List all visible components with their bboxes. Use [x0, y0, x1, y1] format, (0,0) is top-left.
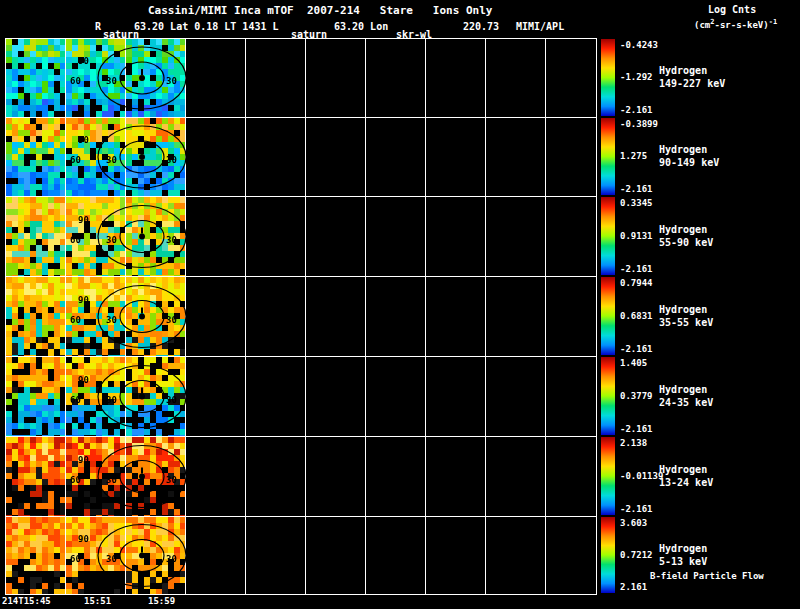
colorbar-1-mid-label: -1.292: [620, 72, 653, 82]
colorbar-3-min-label: -2.161: [620, 264, 653, 274]
spectrogram-row-1: [5, 38, 597, 118]
species-name-6: Hydrogen: [659, 463, 713, 476]
colorbar-units-formula: (cm2-sr-s-keV)-1: [694, 18, 777, 30]
inca-spectrogram-display: Cassini/MIMI Inca mTOF 2007-214 Stare Io…: [0, 0, 800, 609]
spectrogram-row-4: [5, 276, 597, 357]
species-name-5: Hydrogen: [659, 383, 713, 396]
species-name-7: Hydrogen: [659, 542, 707, 555]
colorbar-3: [601, 197, 615, 275]
colorbar-1-min-label: -2.161: [620, 105, 653, 115]
energy-range-3: 55-90 keV: [659, 236, 713, 249]
species-name-3: Hydrogen: [659, 223, 713, 236]
colorbar-6: [601, 437, 615, 515]
colorbar-5-mid-label: 0.3779: [620, 391, 653, 401]
energy-range-5: 24-35 keV: [659, 396, 713, 409]
colorbar-4-max-label: 0.7944: [620, 278, 653, 288]
channel-label-2: Hydrogen90-149 keV: [659, 143, 719, 169]
colorbar-3-max-label: 0.3345: [620, 198, 653, 208]
page-title: Cassini/MIMI Inca mTOF 2007-214 Stare Io…: [148, 4, 492, 17]
ephemeris-value: 220.73: [463, 21, 499, 32]
spectrogram-canvas-3: [6, 197, 596, 276]
spectrogram-canvas-7: [6, 517, 596, 594]
colorbar-units-title: Log Cnts: [708, 4, 756, 15]
species-name-2: Hydrogen: [659, 143, 719, 156]
species-name-4: Hydrogen: [659, 303, 713, 316]
channel-label-3: Hydrogen55-90 keV: [659, 223, 713, 249]
bfield-particle-flow-label: B-field Particle Flow: [650, 571, 764, 581]
channel-label-1: Hydrogen149-227 keV: [659, 64, 725, 90]
colorbar-4-mid-label: 0.6831: [620, 311, 653, 321]
time-tick-start: 214T15:45: [2, 596, 51, 606]
spectrogram-row-5: [5, 356, 597, 437]
colorbar-2: [601, 118, 615, 195]
ephemeris-r-label: R: [95, 21, 101, 32]
species-name-1: Hydrogen: [659, 64, 725, 77]
time-tick-mid: 15:51: [84, 596, 111, 606]
spectrogram-canvas-1: [6, 39, 596, 117]
channel-label-6: Hydrogen13-24 keV: [659, 463, 713, 489]
colorbar-6-max-label: 2.138: [620, 438, 647, 448]
channel-label-5: Hydrogen24-35 keV: [659, 383, 713, 409]
colorbar-2-mid-label: 1.275: [620, 151, 647, 161]
units-exponent: -1: [769, 18, 777, 26]
spectrogram-canvas-5: [6, 357, 596, 436]
ephemeris-source: MIMI/APL: [516, 21, 564, 32]
spectrogram-canvas-2: [6, 118, 596, 196]
colorbar-1: [601, 39, 615, 116]
energy-range-2: 90-149 keV: [659, 156, 719, 169]
spectrogram-row-3: [5, 196, 597, 277]
colorbar-1-max-label: -0.4243: [620, 40, 658, 50]
colorbar-7-max-label: 3.603: [620, 518, 647, 528]
channel-label-4: Hydrogen35-55 keV: [659, 303, 713, 329]
spectrogram-row-2: [5, 117, 597, 197]
units-prefix: (cm: [694, 20, 710, 30]
energy-range-4: 35-55 keV: [659, 316, 713, 329]
spectrogram-row-7: [5, 516, 597, 595]
spectrogram-canvas-6: [6, 437, 596, 516]
colorbar-4-min-label: -2.161: [620, 344, 653, 354]
colorbar-7-min-label: 2.161: [620, 582, 647, 592]
colorbar-5-min-label: -2.161: [620, 424, 653, 434]
channel-label-7: Hydrogen5-13 keV: [659, 542, 707, 568]
colorbar-7-mid-label: 0.7212: [620, 550, 653, 560]
energy-range-6: 13-24 keV: [659, 476, 713, 489]
colorbar-6-mid-label: -0.01139: [620, 471, 663, 481]
colorbar-2-min-label: -2.161: [620, 184, 653, 194]
energy-range-7: 5-13 keV: [659, 555, 707, 568]
ephemeris-longitude: 63.20 Lon: [334, 21, 388, 32]
spectrogram-canvas-4: [6, 277, 596, 356]
colorbar-5-max-label: 1.405: [620, 358, 647, 368]
colorbar-6-min-label: -2.161: [620, 504, 653, 514]
energy-range-1: 149-227 keV: [659, 77, 725, 90]
colorbar-3-mid-label: 0.9131: [620, 231, 653, 241]
colorbar-2-max-label: -0.3899: [620, 119, 658, 129]
colorbar-5: [601, 357, 615, 435]
colorbar-7: [601, 517, 615, 593]
ephemeris-position: 63.20 Lat 0.18 LT 1431 L: [134, 21, 279, 32]
time-tick-end: 15:59: [148, 596, 175, 606]
units-mid: -sr-s-keV): [714, 20, 768, 30]
spectrogram-row-6: [5, 436, 597, 517]
colorbar-4: [601, 277, 615, 355]
